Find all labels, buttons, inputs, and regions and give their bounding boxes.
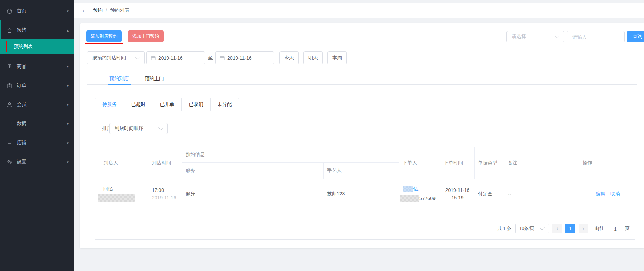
page-unit-label: 页 [625,225,630,232]
add-store-booking-button[interactable]: 添加到店预约 [86,30,122,42]
tab-booking-in-store-label: 预约到店 [109,76,129,82]
status-tab-cancelled-label: 已取消 [189,101,203,108]
annotation-highlight-box [85,29,123,44]
sidebar-item-label: 预约 [17,27,26,33]
sidebar-item-label: 数据 [17,121,26,127]
sidebar-item-label: 设置 [17,159,26,165]
col-actions: 操作 [579,147,633,179]
chevron-down-icon: ▾ [67,64,69,69]
tab-booking-in-store[interactable]: 预约到店 [109,73,129,84]
chevron-down-icon [540,225,545,230]
cell-actions: 编辑 取消 [579,179,633,209]
chevron-down-icon: ▾ [67,122,69,126]
redacted-orderer-name [403,186,413,192]
next-page-button[interactable]: › [579,224,588,233]
status-tabs-bottom-border [239,111,635,111]
search-button[interactable]: 查询 [627,31,644,42]
status-tab-overtime[interactable]: 已超时 [124,98,153,111]
order-type: 付定金 [478,191,504,197]
prev-page-button[interactable]: ‹ [552,224,562,233]
sidebar-item-label: 商品 [17,63,26,70]
time-type-value: 按预约到店时间 [92,55,136,61]
sidebar-item-label: 订单 [17,83,26,89]
sidebar-item-home[interactable]: 首页 ▾ [0,1,74,21]
quick-this-week-button[interactable]: 本周 [327,51,347,64]
sort-select[interactable]: 到店时间顺序 [109,123,168,134]
table-row: 回忆 17:00 2019-11-16 健身 技师123 [100,179,633,209]
sidebar-item-label: 店铺 [17,140,26,146]
status-tab-cancelled[interactable]: 已取消 [181,98,210,111]
date-range-to-label: 至 [208,51,213,64]
sort-select-value: 到店时间顺序 [115,125,159,132]
dashboard-icon [7,8,12,14]
status-tab-unassigned[interactable]: 未分配 [210,98,239,111]
date-start-value: 2019-11-16 [158,55,183,61]
quick-tomorrow-button[interactable]: 明天 [303,51,323,64]
status-tab-unassigned-label: 未分配 [217,101,232,108]
orderer-name-link[interactable]: 忆, [413,186,419,192]
clipboard-icon [7,83,12,89]
status-tab-overtime-label: 已超时 [131,101,146,108]
chevron-down-icon: ▾ [67,9,69,13]
artisan-name: 技师123 [327,191,399,197]
goto-page-input[interactable] [607,224,623,234]
keyword-input[interactable] [572,31,625,43]
sidebar-item-orders[interactable]: 订单 ▾ [0,76,74,95]
cell-arrive-time: 17:00 2019-11-16 [148,179,182,209]
goto-page-input-wrap [607,224,622,233]
cell-orderer: 忆, 577609 [399,179,440,209]
status-panel: 待服务 已超时 已开单 已取消 未分配 [95,98,635,240]
redacted-orderer-phone [400,195,419,202]
goto-label: 前往 [595,225,604,232]
breadcrumb-bar: ← 预约 / 预约列表 [74,3,644,18]
visitor-name: 回忆 [103,186,148,192]
status-tab-pending[interactable]: 待服务 [95,98,124,111]
date-end-picker[interactable]: 2019-11-16 [215,51,274,64]
chevron-down-icon: ▾ [67,160,69,164]
breadcrumb-booking[interactable]: 预约 [93,7,103,13]
sidebar-item-booking[interactable]: 预约 ▴ [0,21,74,40]
page-size-select[interactable]: 10条/页 [515,224,549,233]
chevron-down-icon [158,125,163,130]
cell-remark: -- [504,179,579,209]
service-name: 健身 [186,191,324,197]
cell-artisan: 技师123 [324,179,399,209]
quick-today-button[interactable]: 今天 [279,51,299,64]
sidebar-item-booking-list[interactable]: 预约列表 [0,39,74,54]
cell-service: 健身 [182,179,324,209]
status-tabs: 待服务 已超时 已开单 已取消 未分配 [95,98,239,111]
app-window: 首页 ▾ 预约 ▴ 预约列表 商品 ▾ 订单 ▾ [0,0,644,271]
add-visit-booking-button[interactable]: 添加上门预约 [128,30,164,42]
cancel-link[interactable]: 取消 [610,191,620,197]
date-start-picker[interactable]: 2019-11-16 [146,51,205,64]
status-tab-billed[interactable]: 已开单 [153,98,181,111]
total-count: 共 1 条 [498,225,511,232]
chevron-up-icon: ▴ [67,28,69,33]
document-icon [7,64,12,70]
sidebar-item-data[interactable]: 数据 ▾ [0,114,74,133]
date-end-value: 2019-11-16 [227,55,252,61]
breadcrumb-booking-list: 预约列表 [110,7,129,13]
col-orderer: 下单人 [399,147,440,179]
back-arrow-icon[interactable]: ← [82,7,87,14]
keyword-input-wrap [567,31,625,42]
search-type-select[interactable]: 请选择 [506,31,564,42]
calendar-icon [151,56,156,60]
tab-booking-home-visit[interactable]: 预约上门 [145,73,164,84]
sidebar-item-shop[interactable]: 店铺 ▾ [0,133,74,152]
sidebar-item-settings[interactable]: 设置 ▾ [0,152,74,172]
sidebar-item-goods[interactable]: 商品 ▾ [0,57,74,76]
next-arrow-icon: › [582,225,584,232]
pagination: 共 1 条 10条/页 ‹ 1 › 前往 [498,224,630,233]
page-size-value: 10条/页 [519,225,540,232]
cell-order-time: 2019-11-16 15:19 [440,179,475,209]
time-type-select[interactable]: 按预约到店时间 [87,51,145,64]
edit-link[interactable]: 编辑 [596,191,606,197]
chevron-down-icon: ▾ [67,102,69,107]
chevron-down-icon [135,55,140,60]
col-order-type: 单据类型 [475,147,504,179]
flag-icon [7,121,12,127]
sidebar-item-members[interactable]: 会员 ▾ [0,95,74,114]
current-page-button[interactable]: 1 [565,224,575,233]
current-page-number: 1 [569,226,571,231]
